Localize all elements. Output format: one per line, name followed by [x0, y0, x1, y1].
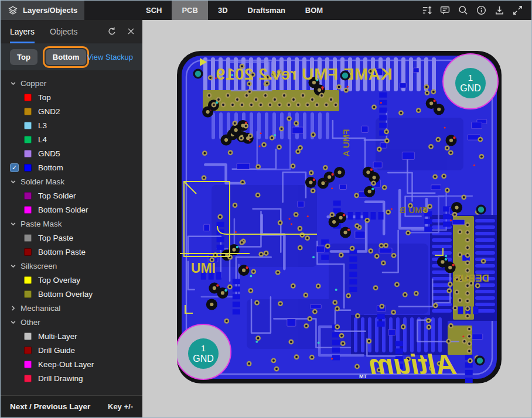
layer-group-label: Silkscreen [21, 262, 57, 270]
doc-tab-3d[interactable]: 3D [208, 1, 238, 20]
comment-icon[interactable] [436, 1, 454, 20]
layers-stack-icon [8, 5, 18, 16]
layers-objects-panel-tab[interactable]: Layers/Objects [1, 1, 84, 20]
layer-color-swatch[interactable] [24, 248, 32, 256]
close-icon[interactable] [125, 26, 137, 37]
altium-viewer-window: { "top_bar": { "panel_tab": { "label": "… [0, 0, 532, 418]
layer-color-swatch[interactable] [24, 108, 32, 115]
layer-group-solder-mask[interactable]: Solder Mask [1, 174, 142, 189]
chevron-down-icon[interactable] [10, 318, 17, 326]
panel-tab-row: Layers Objects [1, 20, 142, 43]
bottom-side-button[interactable]: Bottom [46, 49, 87, 65]
layer-item-label: Top Solder [38, 191, 76, 200]
layer-item-label: Keep-Out Layer [38, 360, 94, 369]
layer-color-swatch[interactable] [24, 290, 32, 298]
svg-text:1: 1 [468, 73, 473, 83]
layer-item-drill-drawing[interactable]: Drill Drawing [1, 371, 142, 385]
layer-group-silkscreen[interactable]: Silkscreen [1, 259, 142, 273]
layer-item-top-overlay[interactable]: Top Overlay [1, 273, 142, 287]
doc-tab-bom[interactable]: BOM [295, 1, 333, 20]
layer-item-label: Drill Drawing [38, 374, 83, 383]
layer-color-swatch[interactable] [24, 234, 32, 242]
layer-group-label: Solder Mask [21, 177, 64, 186]
layer-item-top-paste[interactable]: Top Paste [1, 231, 142, 245]
top-side-button[interactable]: Top [10, 49, 37, 65]
layer-item-bottom-solder[interactable]: Bottom Solder [1, 203, 142, 217]
layer-color-swatch[interactable] [24, 164, 32, 172]
tab-layers[interactable]: Layers [10, 20, 35, 43]
chevron-right-icon[interactable] [10, 304, 17, 311]
layer-group-label: Mechanical [21, 304, 60, 313]
layer-item-label: Top Overlay [38, 276, 80, 285]
layer-visibility-checkbox[interactable]: ✓ [10, 163, 19, 172]
layer-color-swatch[interactable] [24, 122, 32, 129]
layer-item-top-solder[interactable]: Top Solder [1, 189, 142, 203]
fullscreen-icon[interactable] [509, 1, 527, 20]
doc-tab-pcb[interactable]: PCB [172, 1, 207, 20]
panel-footer: Next / Previous Layer Key +/- [1, 395, 142, 417]
layer-group-copper[interactable]: Copper [1, 76, 142, 90]
layer-item-bottom-paste[interactable]: Bottom Paste [1, 245, 142, 259]
board-imu-text: IMU [191, 261, 216, 276]
layer-item-label: Bottom Paste [38, 248, 86, 256]
download-icon[interactable] [490, 1, 509, 20]
doc-tab-draftsman[interactable]: Draftsman [238, 1, 295, 20]
layer-item-keep-out-layer[interactable]: Keep-Out Layer [1, 357, 142, 371]
layer-item-top[interactable]: Top [1, 90, 142, 104]
layer-color-swatch[interactable] [24, 333, 32, 340]
svg-text:GND: GND [460, 83, 481, 93]
board-logo-text: Altium [369, 349, 456, 380]
layer-color-swatch[interactable] [24, 347, 32, 354]
layer-item-l4[interactable]: L4 [1, 132, 142, 146]
layer-item-label: Bottom Overlay [38, 290, 93, 299]
refresh-icon[interactable] [106, 26, 118, 37]
layer-color-swatch[interactable] [24, 136, 32, 143]
chevron-down-icon[interactable] [10, 220, 17, 227]
layer-color-swatch[interactable] [24, 276, 32, 284]
layer-item-gnd5[interactable]: GND5 [1, 146, 142, 160]
layer-tree: CopperTopGND2L3L4GND5✓BottomSolder MaskT… [1, 70, 142, 395]
search-icon[interactable] [454, 1, 472, 20]
board-debug-text: DEBUG [453, 273, 489, 284]
next-previous-layer-label[interactable]: Next / Previous Layer [10, 402, 90, 411]
layer-item-bottom-overlay[interactable]: Bottom Overlay [1, 287, 142, 301]
layer-color-swatch[interactable] [24, 192, 32, 200]
layer-item-label: Top Paste [38, 234, 73, 242]
layer-item-label: GND5 [38, 149, 60, 158]
layer-item-label: Drill Guide [38, 346, 75, 355]
doc-tab-sch[interactable]: SCH [136, 1, 172, 20]
layer-item-bottom[interactable]: ✓Bottom [1, 160, 142, 174]
layer-group-other[interactable]: Other [1, 315, 142, 329]
gnd-fiducial-bottom-left: 1 GND [176, 324, 231, 379]
info-icon[interactable] [472, 1, 490, 20]
svg-text:1: 1 [201, 343, 206, 353]
layer-item-multi-layer[interactable]: Multi-Layer [1, 329, 142, 343]
layer-item-gnd2[interactable]: GND2 [1, 104, 142, 118]
pcb-canvas[interactable]: KAME FMU rev.2 2019 IMU FMU A FMU B DEBU… [142, 20, 531, 417]
board-side-selector: Top Bottom View Stackup [1, 43, 142, 70]
chevron-down-icon[interactable] [10, 262, 17, 269]
chevron-down-icon[interactable] [10, 80, 17, 87]
layer-color-swatch[interactable] [24, 375, 32, 382]
layer-item-drill-guide[interactable]: Drill Guide [1, 343, 142, 357]
tab-objects[interactable]: Objects [50, 20, 77, 43]
layer-group-paste-mask[interactable]: Paste Mask [1, 217, 142, 231]
measure-icon[interactable] [418, 1, 436, 20]
chevron-down-icon[interactable] [10, 178, 17, 185]
view-stackup-link[interactable]: View Stackup [87, 53, 133, 61]
layer-color-swatch[interactable] [24, 150, 32, 157]
layers-objects-panel: Layers Objects Top Bottom View Stackup C… [1, 20, 142, 417]
layers-objects-panel-tab-label: Layers/Objects [23, 6, 77, 15]
top-action-icons [418, 1, 531, 20]
layer-group-label: Copper [21, 79, 46, 88]
layer-group-mechanical[interactable]: Mechanical [1, 301, 142, 315]
layer-item-label: L3 [38, 121, 47, 130]
layer-group-label: Other [21, 318, 40, 327]
layer-item-label: Bottom [38, 163, 63, 172]
layer-item-l3[interactable]: L3 [1, 118, 142, 132]
layer-item-label: L4 [38, 135, 47, 144]
layer-color-swatch[interactable] [24, 94, 32, 101]
key-shortcut-label: Key +/- [108, 402, 133, 411]
layer-color-swatch[interactable] [24, 361, 32, 368]
layer-color-swatch[interactable] [24, 206, 32, 214]
